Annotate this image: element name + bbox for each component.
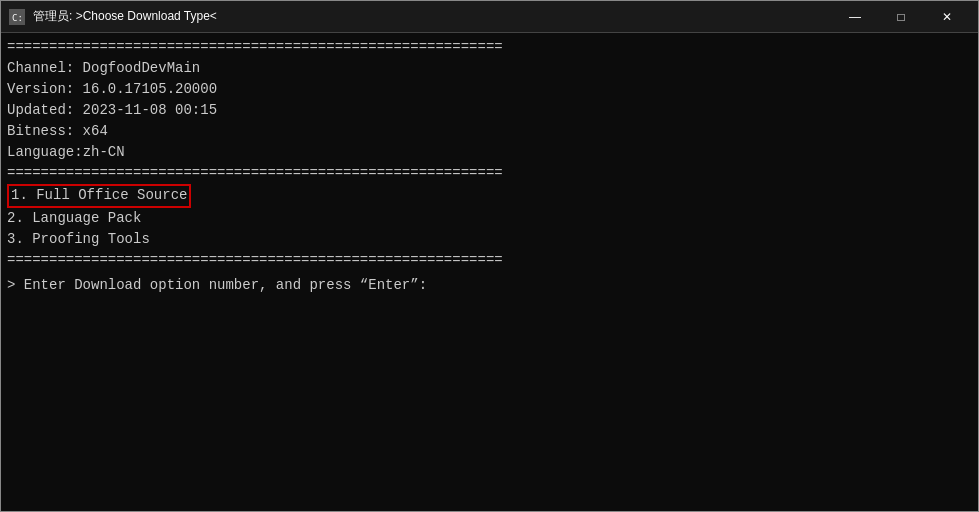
bitness-line: Bitness: x64 [7, 121, 972, 142]
bitness-label: Bitness [7, 123, 66, 139]
channel-value: : DogfoodDevMain [66, 60, 200, 76]
version-label: Version [7, 81, 66, 97]
updated-value: : 2023-11-08 00:15 [66, 102, 217, 118]
highlighted-option: 1. Full Office Source [7, 184, 191, 208]
menu-item-2: 2. Language Pack [7, 208, 972, 229]
language-label: Language: [7, 144, 83, 160]
language-value: zh-CN [83, 144, 125, 160]
separator-bottom: ========================================… [7, 250, 972, 271]
channel-line: Channel: DogfoodDevMain [7, 58, 972, 79]
updated-label: Updated [7, 102, 66, 118]
terminal-icon: C:\ [9, 9, 25, 25]
menu-item-3: 3. Proofing Tools [7, 229, 972, 250]
title-bar: C:\ 管理员: >Choose Download Type< — □ ✕ [1, 1, 978, 33]
title-bar-controls: — □ ✕ [832, 1, 970, 33]
separator-mid: ========================================… [7, 163, 972, 184]
window: C:\ 管理员: >Choose Download Type< — □ ✕ ==… [0, 0, 979, 512]
prompt-line: > Enter Download option number, and pres… [7, 275, 972, 296]
close-button[interactable]: ✕ [924, 1, 970, 33]
svg-text:C:\: C:\ [12, 13, 23, 23]
title-bar-left: C:\ 管理员: >Choose Download Type< [9, 8, 217, 25]
maximize-button[interactable]: □ [878, 1, 924, 33]
menu-item-1: 1. Full Office Source [7, 184, 972, 208]
updated-line: Updated: 2023-11-08 00:15 [7, 100, 972, 121]
minimize-button[interactable]: — [832, 1, 878, 33]
language-line: Language:zh-CN [7, 142, 972, 163]
version-line: Version: 16.0.17105.20000 [7, 79, 972, 100]
version-value: : 16.0.17105.20000 [66, 81, 217, 97]
separator-top: ========================================… [7, 37, 972, 58]
terminal-body[interactable]: ========================================… [1, 33, 978, 511]
window-title: 管理员: >Choose Download Type< [33, 8, 217, 25]
bitness-value: : x64 [66, 123, 108, 139]
channel-label: Channel [7, 60, 66, 76]
